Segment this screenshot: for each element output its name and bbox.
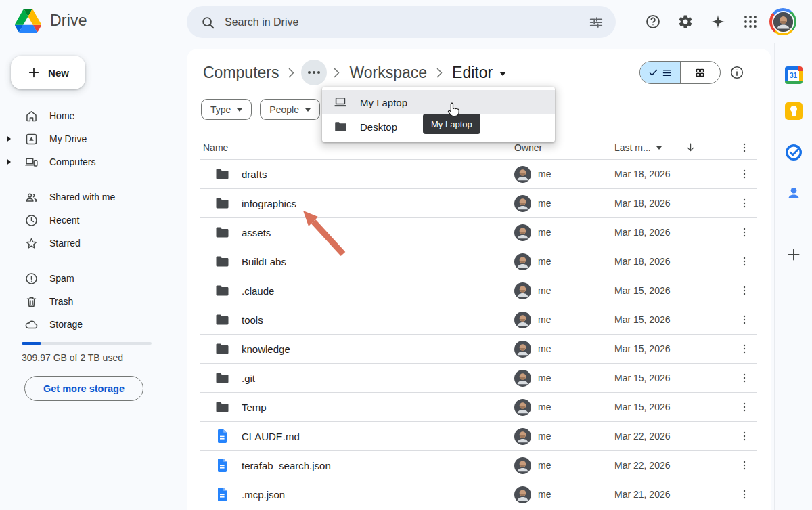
breadcrumb-computers[interactable]: Computers	[200, 62, 281, 83]
row-menu-button[interactable]	[732, 430, 757, 442]
google-apps-button[interactable]	[737, 9, 763, 35]
more-vert-icon	[738, 284, 750, 297]
more-vert-icon	[738, 142, 750, 154]
expand-caret-icon[interactable]	[5, 158, 12, 165]
expand-caret-icon[interactable]	[5, 135, 12, 142]
row-menu-button[interactable]	[732, 459, 757, 471]
search-bar[interactable]: Search in Drive	[187, 6, 616, 38]
more-vert-icon	[738, 459, 750, 471]
breadcrumb-current-folder[interactable]: Editor	[449, 62, 509, 83]
column-header-owner[interactable]: Owner	[514, 142, 614, 153]
new-button[interactable]: New	[11, 56, 85, 89]
menu-item-my-laptop[interactable]: My Laptop	[322, 90, 555, 114]
gear-icon	[677, 14, 694, 30]
drive-logo[interactable]: Drive	[15, 9, 87, 33]
table-row[interactable]: TempmeMar 15, 2026	[200, 393, 757, 422]
row-menu-button[interactable]	[732, 255, 757, 268]
view-toggle	[639, 61, 721, 84]
table-row[interactable]: draftsmeMar 18, 2026	[200, 160, 757, 189]
sidebar-item-computers[interactable]: Computers	[0, 150, 179, 173]
modified-date: Mar 15, 2026	[614, 373, 732, 383]
sort-direction-icon[interactable]	[685, 142, 696, 153]
table-row[interactable]: terafab_search.jsonmeMar 22, 2026	[200, 451, 757, 480]
home-icon	[24, 109, 39, 123]
keep-button[interactable]	[780, 98, 807, 125]
help-button[interactable]	[639, 9, 666, 35]
owner-name: me	[538, 460, 551, 471]
sidebar-item-spam[interactable]: Spam	[0, 267, 179, 290]
top-bar: Drive Search in Drive	[0, 0, 812, 43]
row-menu-button[interactable]	[732, 372, 757, 384]
row-menu-button[interactable]	[732, 226, 757, 238]
owner-avatar	[514, 195, 531, 212]
owner-name: me	[538, 431, 551, 442]
tasks-button[interactable]	[780, 139, 807, 166]
table-row[interactable]: .gitmeMar 15, 2026	[200, 364, 757, 393]
sidebar-item-starred[interactable]: Starred	[0, 232, 179, 255]
file-name: drafts	[242, 169, 267, 180]
owner-name: me	[538, 227, 551, 238]
sidebar-item-my-drive[interactable]: My Drive	[0, 127, 179, 150]
more-vert-icon	[738, 255, 750, 268]
table-row[interactable]: BuildLabsmeMar 18, 2026	[200, 247, 757, 276]
sidebar-item-trash[interactable]: Trash	[0, 290, 179, 313]
column-header-name[interactable]: Name	[200, 142, 514, 153]
row-menu-button[interactable]	[732, 168, 757, 180]
details-button[interactable]	[729, 65, 744, 80]
sidebar-nav-group: SpamTrashStorage	[0, 267, 179, 336]
search-options-icon[interactable]	[589, 15, 604, 30]
add-icon	[785, 246, 803, 263]
settings-button[interactable]	[672, 9, 698, 35]
modified-date: Mar 18, 2026	[614, 198, 732, 209]
filter-chip-type[interactable]: Type	[201, 99, 252, 120]
table-header-menu[interactable]	[732, 142, 757, 154]
filter-chip-people[interactable]: People	[260, 99, 320, 120]
row-menu-button[interactable]	[732, 401, 757, 413]
row-menu-button[interactable]	[732, 197, 757, 209]
table-row[interactable]: knowledgemeMar 15, 2026	[200, 335, 757, 364]
row-menu-button[interactable]	[732, 314, 757, 326]
chevron-right-icon	[436, 68, 443, 78]
google-apps-grid-icon	[742, 14, 759, 30]
owner-avatar	[514, 253, 531, 270]
gemini-button[interactable]	[704, 9, 731, 35]
row-menu-button[interactable]	[732, 343, 757, 355]
table-row[interactable]: .claudemeMar 15, 2026	[200, 276, 757, 305]
account-avatar[interactable]	[769, 8, 796, 35]
search-icon[interactable]	[200, 15, 215, 30]
computers-icon	[24, 155, 39, 169]
header-actions	[639, 8, 796, 35]
table-row[interactable]: .mcp.jsonmeMar 21, 2026	[200, 480, 757, 509]
get-more-storage-button[interactable]: Get more storage	[24, 376, 143, 401]
more-vert-icon	[738, 488, 750, 501]
sidebar-nav: HomeMy DriveComputersShared with meRecen…	[0, 104, 179, 348]
row-menu-button[interactable]	[732, 284, 757, 297]
table-row[interactable]: assetsmeMar 18, 2026	[200, 218, 757, 247]
file-name: CLAUDE.md	[242, 431, 300, 442]
owner-avatar	[514, 312, 531, 328]
sidebar-item-label: Storage	[49, 319, 83, 330]
owner-name: me	[538, 198, 551, 209]
add-panel-app-button[interactable]	[780, 241, 807, 268]
info-icon	[729, 65, 744, 80]
breadcrumb-current-label: Editor	[452, 64, 493, 82]
more-vert-icon	[738, 168, 750, 180]
column-header-modified[interactable]: Last m...	[614, 142, 732, 153]
list-view-button[interactable]	[640, 62, 681, 83]
calendar-button[interactable]: 31	[780, 62, 807, 89]
more-vert-icon	[738, 197, 750, 209]
sidebar-item-storage[interactable]: Storage	[0, 313, 179, 336]
owner-cell: me	[514, 399, 614, 416]
sidebar-item-shared-with-me[interactable]: Shared with me	[0, 186, 179, 209]
table-row[interactable]: CLAUDE.mdmeMar 22, 2026	[200, 422, 757, 451]
file-name-cell: tools	[200, 312, 514, 328]
sidebar-item-recent[interactable]: Recent	[0, 209, 179, 232]
breadcrumb-ellipsis-button[interactable]	[301, 60, 327, 85]
contacts-button[interactable]	[780, 179, 807, 207]
breadcrumb-workspace[interactable]: Workspace	[346, 62, 430, 83]
row-menu-button[interactable]	[732, 488, 757, 501]
sidebar-item-home[interactable]: Home	[0, 104, 179, 127]
table-row[interactable]: infographicsmeMar 18, 2026	[200, 189, 757, 218]
grid-view-button[interactable]	[681, 62, 721, 83]
table-row[interactable]: toolsmeMar 15, 2026	[200, 305, 757, 335]
